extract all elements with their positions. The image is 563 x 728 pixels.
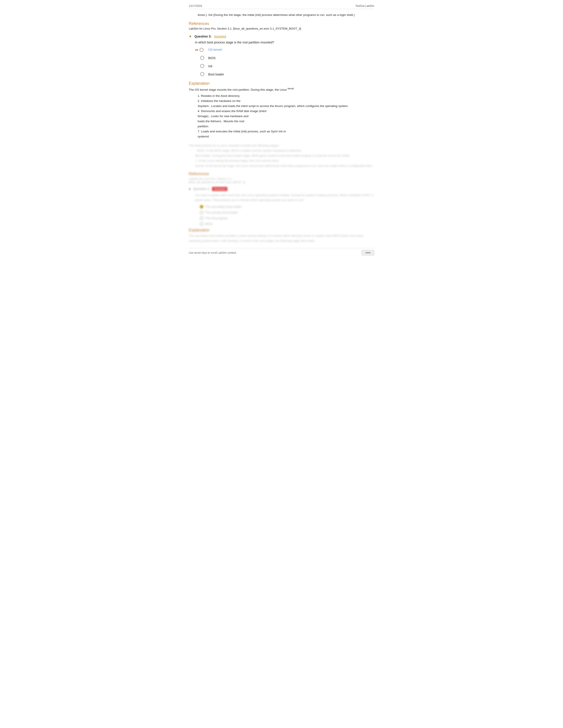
explanation-3-intro: The OS kernel stage mounts the root part… <box>189 87 374 92</box>
answer-text-4: Boot loader <box>208 72 224 77</box>
explanation-3-title: Explanation <box>189 81 374 86</box>
radio-area-2 <box>195 56 206 60</box>
question-3-label: Question 3: <box>194 35 211 38</box>
references-title-1: References <box>189 21 374 26</box>
radio-area-3 <box>195 64 206 68</box>
radio-area-1: ➡ <box>195 47 206 52</box>
radio-circle-1[interactable] <box>199 48 203 52</box>
header-date: 12/17/2016 <box>189 4 202 8</box>
blurred-ref-text: LabSim for Linux Pro, Section 3.1. <box>189 177 232 180</box>
explanation-point-5: 5image).. Looks for new hardware andload… <box>197 114 374 129</box>
question-3-text: In which boot process stage is the root … <box>195 40 374 45</box>
references-section-1: References LabSim for Linux Pro, Section… <box>189 21 374 30</box>
footer-bar: Use arrow keys to scroll LabSim content.… <box>189 248 374 255</box>
kernel-sup: kernel: <box>288 87 294 90</box>
explanation-point-2: 2. Initializes the hardware on the <box>197 99 374 104</box>
explanation-point-1: 1. Resides in the /boot directory. <box>197 94 374 99</box>
radio-circle-2[interactable] <box>200 56 204 60</box>
radio-circle-4[interactable] <box>200 72 204 76</box>
blurred-explanation4-text: The secondary boot loader provides a men… <box>189 233 374 244</box>
radio-circle-3[interactable] <box>200 64 204 68</box>
explanation-point-3: 3system.. Locates and loads the initrd s… <box>197 104 374 109</box>
answer-text-1: OS kernel <box>208 47 222 52</box>
blurred-q4-text: You have a system with more than one Lin… <box>195 193 374 203</box>
answer-option-2[interactable]: BIOS <box>195 56 374 60</box>
explanation-point-7: 7. Loads and executes the initial (init)… <box>197 129 374 139</box>
blurred-q4-status: Incorrect <box>212 187 227 191</box>
blurred-q4-label: Question 4 <box>193 187 209 191</box>
intro-text: 4over.). Init (During the Init stage, th… <box>189 13 374 17</box>
radio-area-4 <box>195 72 206 76</box>
question-3-status[interactable]: Incorrect <box>214 35 226 38</box>
header-title: TestOut LabSim <box>356 4 374 8</box>
question-3-header: ▼ Question 3: Incorrect <box>189 35 374 38</box>
blurred-ref-code: [linux_all_questions_en.exm linux_BOOT_3… <box>189 180 245 184</box>
references-text-1: LabSim for Linux Pro, Section 3.1. [linu… <box>189 27 374 30</box>
blurred-explanation4-title: Explanation <box>189 228 374 233</box>
blurred-content: The boot process for a Linux computer in… <box>189 143 374 244</box>
answer-option-4[interactable]: Boot loader <box>195 72 374 77</box>
footer-text: Use arrow keys to scroll LabSim content. <box>189 251 237 254</box>
blurred-q4-options: The secondary boot loader The primary bo… <box>200 205 374 226</box>
answer-text-2: BIOS <box>208 56 215 60</box>
page-header: 12/17/2016 TestOut LabSim <box>189 4 374 9</box>
question-3-options: ➡ OS kernel BIOS Init <box>195 47 374 77</box>
nav-next-button[interactable]: >>> <box>362 250 374 255</box>
answer-option-1[interactable]: ➡ OS kernel <box>195 47 374 52</box>
arrow-indicator-1: ➡ <box>195 47 198 52</box>
answer-text-3: Init <box>208 64 212 69</box>
explanation-point-4: 4. Dismounts and erases the RAM disk ima… <box>197 109 374 114</box>
explanation-3-block: Explanation The OS kernel stage mounts t… <box>189 81 374 139</box>
collapse-icon[interactable]: ▼ <box>189 35 192 38</box>
answer-option-3[interactable]: Init <box>195 64 374 69</box>
blurred-references-title: References <box>189 172 374 176</box>
explanation-3-list: 1. Resides in the /boot directory. 2. In… <box>197 94 374 139</box>
blurred-q4-circle: ● <box>189 187 190 191</box>
question-3-block: ▼ Question 3: Incorrect In which boot pr… <box>189 35 374 77</box>
